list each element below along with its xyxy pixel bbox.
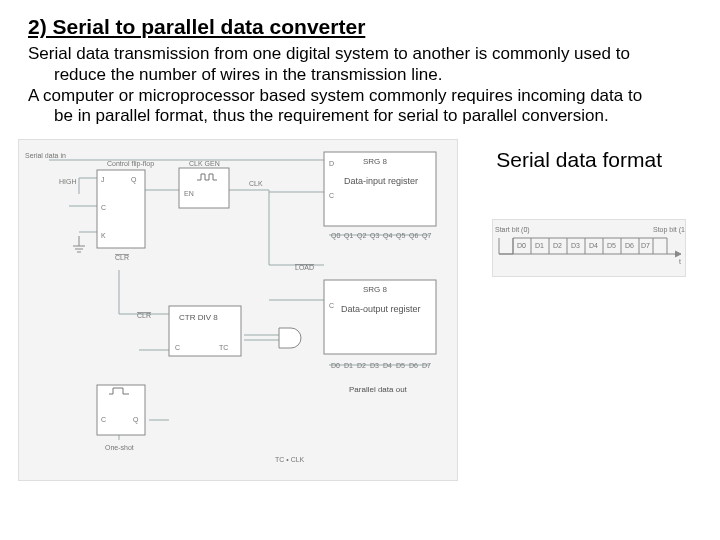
- axis-t: t: [679, 258, 681, 265]
- svg-text:D2: D2: [357, 362, 366, 369]
- svg-text:D7: D7: [641, 242, 650, 249]
- q-bit-labels: Q0 Q1 Q2 Q3 Q4 Q5 Q6 Q7: [331, 232, 431, 240]
- label-stop-bit: Stop bit (1): [653, 226, 685, 234]
- label-tc-clk: TC • CLK: [275, 456, 305, 463]
- label-ctr: CTR DIV 8: [179, 313, 218, 322]
- svg-text:D3: D3: [370, 362, 379, 369]
- svg-text:D6: D6: [409, 362, 418, 369]
- para2-line1: A computer or microprocessor based syste…: [28, 86, 642, 105]
- label-clr1: CLR: [115, 254, 129, 261]
- paragraph-2: A computer or microprocessor based syste…: [28, 86, 692, 127]
- label-data-out-reg: Data-output register: [341, 304, 421, 314]
- label-high: HIGH: [59, 178, 77, 185]
- para1-line2: reduce the number of wires in the transm…: [54, 65, 442, 84]
- label-q-os: Q: [133, 416, 139, 424]
- svg-text:Q0: Q0: [331, 232, 340, 240]
- label-control-ff: Control flip-flop: [107, 160, 154, 168]
- svg-text:Q4: Q4: [383, 232, 392, 240]
- label-clk: CLK: [249, 180, 263, 187]
- svg-text:Q2: Q2: [357, 232, 366, 240]
- label-c-out: C: [329, 302, 334, 309]
- label-j: J: [101, 176, 105, 183]
- svg-text:D0: D0: [331, 362, 340, 369]
- figure-caption: Serial data format: [496, 147, 662, 172]
- svg-text:D6: D6: [625, 242, 634, 249]
- label-start-bit: Start bit (0): [495, 226, 530, 234]
- svg-text:Q7: Q7: [422, 232, 431, 240]
- svg-text:D0: D0: [517, 242, 526, 249]
- label-c-os: C: [101, 416, 106, 423]
- label-c-in: C: [329, 192, 334, 199]
- svg-text:D1: D1: [535, 242, 544, 249]
- label-srg8-b: SRG 8: [363, 285, 388, 294]
- label-k: K: [101, 232, 106, 239]
- label-data-in-reg: Data-input register: [344, 176, 418, 186]
- svg-text:D4: D4: [383, 362, 392, 369]
- label-srg8-a: SRG 8: [363, 157, 388, 166]
- svg-text:Q5: Q5: [396, 232, 405, 240]
- label-clk-gen: CLK GEN: [189, 160, 220, 167]
- svg-text:D2: D2: [553, 242, 562, 249]
- label-parallel-out: Parallel data out: [349, 385, 408, 394]
- svg-text:D7: D7: [422, 362, 431, 369]
- para1-line1: Serial data transmission from one digita…: [28, 44, 630, 63]
- label-c-ctr: C: [175, 344, 180, 351]
- label-tc: TC: [219, 344, 228, 351]
- figure-main: J Q C K Control flip-flop CLR HIGH Seria…: [18, 139, 458, 481]
- serial-bit-labels: D0 D1 D2 D3 D4 D5 D6 D7: [517, 242, 650, 249]
- label-one-shot: One-shot: [105, 444, 134, 451]
- label-q-ff: Q: [131, 176, 137, 184]
- figure-serial-format: Start bit (0) Stop bit (1) D0 D1 D2 D3 D…: [492, 219, 686, 277]
- svg-text:Q1: Q1: [344, 232, 353, 240]
- svg-text:D4: D4: [589, 242, 598, 249]
- svg-rect-41: [97, 385, 145, 435]
- label-en: EN: [184, 190, 194, 197]
- svg-text:D3: D3: [571, 242, 580, 249]
- section-title: 2) Serial to parallel data converter: [28, 14, 692, 40]
- svg-text:D1: D1: [344, 362, 353, 369]
- svg-text:Q3: Q3: [370, 232, 379, 240]
- label-load: LOAD: [295, 264, 314, 271]
- label-serial: Serial data in: [25, 152, 66, 159]
- label-c-ff: C: [101, 204, 106, 211]
- para2-line2: be in parallel format, thus the requirem…: [54, 106, 609, 125]
- svg-text:Q6: Q6: [409, 232, 418, 240]
- paragraph-1: Serial data transmission from one digita…: [28, 44, 692, 85]
- svg-text:D5: D5: [607, 242, 616, 249]
- label-d: D: [329, 160, 334, 167]
- svg-text:D5: D5: [396, 362, 405, 369]
- label-clr2: CLR: [137, 312, 151, 319]
